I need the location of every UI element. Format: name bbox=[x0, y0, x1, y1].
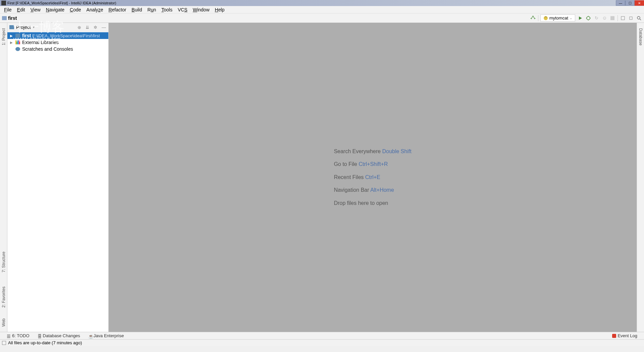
status-bar: All files are up-to-date (7 minutes ago) bbox=[0, 339, 644, 346]
tab-label: Database Changes bbox=[43, 333, 80, 338]
hint-shortcut: Alt+Home bbox=[370, 187, 394, 193]
hide-icon[interactable]: — bbox=[102, 25, 106, 30]
tab-java-enterprise[interactable]: ☕Java Enterprise bbox=[88, 333, 124, 338]
debug-button[interactable] bbox=[585, 15, 591, 21]
window-controls: — ☐ ✕ bbox=[616, 0, 644, 6]
menu-refactor[interactable]: Refactor bbox=[106, 7, 129, 12]
gutter-web[interactable]: Web bbox=[1, 316, 6, 328]
java-icon: ☕ bbox=[88, 334, 92, 338]
breadcrumb[interactable]: first bbox=[2, 15, 17, 21]
menu-vcs[interactable]: VCS bbox=[175, 7, 190, 12]
collapse-icon[interactable]: ⇊ bbox=[86, 25, 90, 30]
maximize-button[interactable]: ☐ bbox=[625, 0, 635, 6]
tree-node-scratches[interactable]: ▶ Scratches and Consoles bbox=[7, 46, 108, 52]
menu-window[interactable]: Window bbox=[190, 7, 212, 12]
tab-event-log[interactable]: Event Log bbox=[612, 333, 637, 338]
stop-button[interactable] bbox=[609, 15, 615, 21]
settings-icon[interactable] bbox=[628, 15, 634, 21]
status-square-icon[interactable] bbox=[2, 341, 6, 345]
coverage-icon[interactable]: ↻ bbox=[593, 15, 599, 21]
toolbar-divider bbox=[538, 15, 538, 21]
hint-label: Drop files here to open bbox=[334, 200, 388, 206]
minimize-button[interactable]: — bbox=[616, 0, 625, 6]
tab-label: Event Log bbox=[618, 333, 637, 338]
close-button[interactable]: ✕ bbox=[635, 0, 644, 6]
toolbar: first mytomcat ⌄ ↻ ⊙ bbox=[0, 13, 644, 23]
menu-edit[interactable]: Edit bbox=[14, 7, 28, 12]
project-tool-window: Project ▼ ⊕ ⇊ ✲ — ▶ first F:\IDEA_WorkSp… bbox=[7, 23, 109, 332]
tab-todo[interactable]: ☰6: TODO bbox=[7, 333, 30, 338]
hint-label: Recent Files bbox=[334, 174, 364, 180]
tree-node-label: Scratches and Consoles bbox=[22, 46, 73, 52]
scratches-icon bbox=[15, 47, 20, 51]
tree-node-label: first bbox=[22, 33, 31, 38]
gutter-structure[interactable]: 7: Structure bbox=[1, 250, 6, 274]
hint-row: Recent Files Ctrl+E bbox=[334, 171, 411, 184]
menu-help[interactable]: Help bbox=[212, 7, 227, 12]
tomcat-icon bbox=[543, 16, 548, 20]
project-icon bbox=[9, 25, 14, 29]
menu-tools[interactable]: Tools bbox=[159, 7, 175, 12]
tree-node-path: F:\IDEA_WorkSpace\idea\First\first bbox=[32, 33, 100, 38]
gutter-database[interactable]: Database bbox=[638, 26, 643, 47]
menu-code[interactable]: Code bbox=[67, 7, 84, 12]
expand-arrow-icon[interactable]: ▶ bbox=[9, 41, 13, 44]
menu-analyze[interactable]: Analyze bbox=[84, 7, 106, 12]
database-icon: 🗄 bbox=[38, 334, 42, 338]
breadcrumb-item: first bbox=[8, 15, 17, 21]
tree-node-label: External Libraries bbox=[22, 40, 59, 45]
bottom-tool-tabs: ☰6: TODO 🗄Database Changes ☕Java Enterpr… bbox=[0, 332, 644, 339]
svg-point-1 bbox=[587, 16, 590, 20]
run-config-selector[interactable]: mytomcat ⌄ bbox=[540, 14, 575, 21]
menu-navigate[interactable]: Navigate bbox=[43, 7, 67, 12]
app-icon bbox=[1, 1, 6, 5]
vcs-icon[interactable] bbox=[620, 15, 626, 21]
menu-view[interactable]: View bbox=[28, 7, 43, 12]
menu-bar: File Edit View Navigate Code Analyze Ref… bbox=[0, 6, 644, 13]
tree-node-external-libs[interactable]: ▶ External Libraries bbox=[7, 39, 108, 46]
gear-icon[interactable]: ✲ bbox=[94, 25, 98, 30]
tree-node-root[interactable]: ▶ first F:\IDEA_WorkSpace\idea\First\fir… bbox=[7, 32, 108, 39]
profile-icon[interactable]: ⊙ bbox=[601, 15, 607, 21]
todo-icon: ☰ bbox=[7, 334, 11, 338]
menu-file[interactable]: File bbox=[1, 7, 14, 12]
svg-line-6 bbox=[640, 19, 641, 20]
svg-rect-2 bbox=[610, 16, 614, 20]
run-config-label: mytomcat bbox=[549, 15, 568, 20]
svg-point-5 bbox=[637, 16, 640, 19]
hint-label: Go to File bbox=[334, 161, 357, 167]
folder-icon bbox=[2, 16, 7, 20]
gutter-favorites[interactable]: 2: Favorites bbox=[1, 284, 6, 310]
window-title: First [F:\IDEA_WorkSpace\idea\First] - I… bbox=[7, 1, 116, 5]
hint-shortcut: Double Shift bbox=[382, 148, 411, 154]
locate-icon[interactable]: ⊕ bbox=[77, 25, 82, 30]
tab-db-changes[interactable]: 🗄Database Changes bbox=[38, 333, 80, 338]
project-tree: ▶ first F:\IDEA_WorkSpace\idea\First\fir… bbox=[7, 32, 108, 53]
chevron-down-icon[interactable]: ▼ bbox=[32, 25, 36, 29]
hint-row: Drop files here to open bbox=[334, 197, 411, 210]
toolbar-divider bbox=[618, 15, 618, 21]
menu-run[interactable]: Run bbox=[145, 7, 159, 12]
svg-rect-3 bbox=[621, 16, 625, 20]
hint-row: Search Everywhere Double Shift bbox=[334, 145, 411, 158]
build-icon[interactable] bbox=[530, 15, 536, 21]
error-icon bbox=[612, 334, 616, 338]
tab-label: 6: TODO bbox=[12, 333, 30, 338]
run-button[interactable] bbox=[577, 15, 583, 21]
project-header: Project ▼ ⊕ ⇊ ✲ — bbox=[7, 23, 108, 32]
hint-row: Navigation Bar Alt+Home bbox=[334, 184, 411, 196]
tab-label: Java Enterprise bbox=[94, 333, 124, 338]
expand-arrow-icon[interactable]: ▶ bbox=[9, 34, 13, 38]
search-icon[interactable] bbox=[636, 15, 642, 21]
window-titlebar: First [F:\IDEA_WorkSpace\idea\First] - I… bbox=[0, 0, 644, 6]
hint-label: Search Everywhere bbox=[334, 148, 381, 154]
chevron-down-icon: ⌄ bbox=[570, 16, 572, 20]
svg-rect-4 bbox=[630, 17, 632, 19]
hint-label: Navigation Bar bbox=[334, 187, 369, 193]
hint-shortcut: Ctrl+Shift+R bbox=[359, 161, 388, 167]
hint-row: Go to File Ctrl+Shift+R bbox=[334, 158, 411, 171]
left-gutter: 1: Project 7: Structure 2: Favorites Web bbox=[0, 23, 7, 332]
menu-build[interactable]: Build bbox=[129, 7, 145, 12]
gutter-project[interactable]: 1: Project bbox=[1, 26, 6, 47]
project-header-label: Project bbox=[16, 25, 31, 30]
